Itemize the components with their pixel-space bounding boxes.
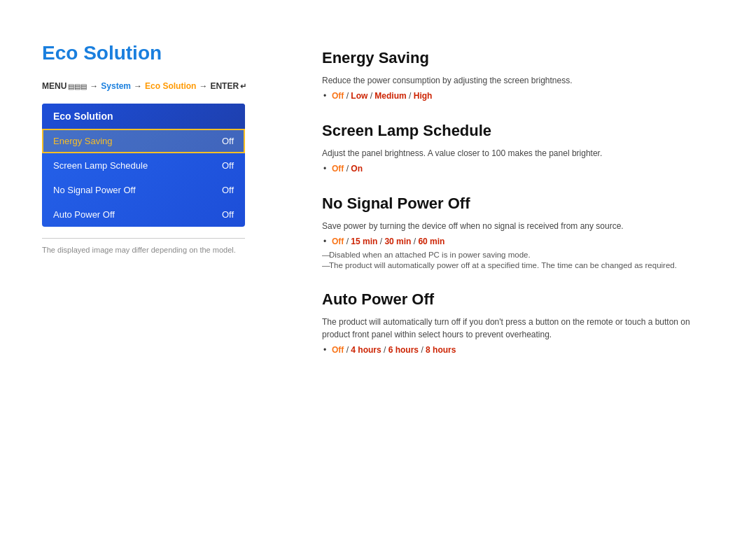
section-auto-power: Auto Power Off The product will automati… <box>322 290 714 355</box>
opt-60min: 60 min <box>418 237 444 246</box>
opt-off: Off <box>332 91 344 101</box>
breadcrumb-menu: MENU <box>42 81 66 91</box>
divider <box>42 238 245 239</box>
breadcrumb-system: System <box>101 81 131 91</box>
opt-6h: 6 hours <box>388 345 419 355</box>
menu-item-auto-power[interactable]: Auto Power Off Off <box>42 202 245 227</box>
menu-item-label: Screen Lamp Schedule <box>53 160 148 171</box>
opt-off: Off <box>332 345 344 355</box>
no-signal-note2: The product will automatically power off… <box>322 261 714 269</box>
breadcrumb-enter-icon: ↵ <box>240 82 246 91</box>
breadcrumb-menu-icon: ▤▤▤ <box>68 83 87 90</box>
energy-saving-desc: Reduce the power consumption by adjustin… <box>322 74 714 87</box>
opt-low: Low <box>351 91 368 101</box>
energy-saving-options: Off / Low / Medium / High <box>332 91 714 101</box>
menu-item-screen-lamp[interactable]: Screen Lamp Schedule Off <box>42 153 245 178</box>
opt-off: Off <box>332 237 344 246</box>
no-signal-note1: Disabled when an attached PC is in power… <box>322 251 714 259</box>
breadcrumb-arrow3: → <box>199 81 207 91</box>
screen-lamp-desc: Adjust the panel brightness. A value clo… <box>322 147 714 160</box>
breadcrumb: MENU ▤▤▤ → System → Eco Solution → ENTER… <box>42 81 280 91</box>
screen-lamp-title: Screen Lamp Schedule <box>322 122 714 140</box>
page-title: Eco Solution <box>42 42 280 64</box>
opt-medium: Medium <box>374 91 406 101</box>
opt-high: High <box>414 91 433 101</box>
menu-item-label: Energy Saving <box>53 136 113 146</box>
opt-8h: 8 hours <box>426 345 456 355</box>
menu-item-no-signal[interactable]: No Signal Power Off Off <box>42 178 245 202</box>
auto-power-options: Off / 4 hours / 6 hours / 8 hours <box>332 345 714 355</box>
eco-solution-menu: Eco Solution Energy Saving Off Screen La… <box>42 104 245 227</box>
auto-power-title: Auto Power Off <box>322 290 714 309</box>
breadcrumb-enter: ENTER <box>210 81 239 91</box>
section-screen-lamp: Screen Lamp Schedule Adjust the panel br… <box>322 122 714 174</box>
opt-15min: 15 min <box>351 237 377 246</box>
opt-30min: 30 min <box>384 237 411 246</box>
opt-4h: 4 hours <box>351 345 381 355</box>
no-signal-options: Off / 15 min / 30 min / 60 min <box>332 237 714 246</box>
no-signal-desc: Save power by turning the device off whe… <box>322 220 714 232</box>
menu-header: Eco Solution <box>42 104 245 129</box>
menu-item-value: Off <box>222 160 234 171</box>
opt-off: Off <box>332 164 344 174</box>
opt-on: On <box>351 164 363 174</box>
disclaimer-text: The displayed image may differ depending… <box>42 246 280 254</box>
menu-item-value: Off <box>222 209 234 220</box>
breadcrumb-arrow2: → <box>134 81 142 91</box>
section-no-signal: No Signal Power Off Save power by turnin… <box>322 195 714 269</box>
menu-item-value: Off <box>222 136 234 146</box>
section-energy-saving: Energy Saving Reduce the power consumpti… <box>322 49 714 101</box>
breadcrumb-arrow1: → <box>90 81 98 91</box>
auto-power-desc: The product will automatically turn off … <box>322 316 714 341</box>
screen-lamp-options: Off / On <box>332 164 714 174</box>
left-panel: Eco Solution MENU ▤▤▤ → System → Eco Sol… <box>42 42 280 376</box>
menu-item-label: No Signal Power Off <box>53 185 136 195</box>
menu-item-value: Off <box>222 185 234 195</box>
no-signal-title: No Signal Power Off <box>322 195 714 213</box>
right-panel: Energy Saving Reduce the power consumpti… <box>322 42 714 376</box>
energy-saving-title: Energy Saving <box>322 49 714 67</box>
breadcrumb-eco: Eco Solution <box>145 81 196 91</box>
menu-item-energy-saving[interactable]: Energy Saving Off <box>42 129 245 153</box>
menu-item-label: Auto Power Off <box>53 209 115 220</box>
